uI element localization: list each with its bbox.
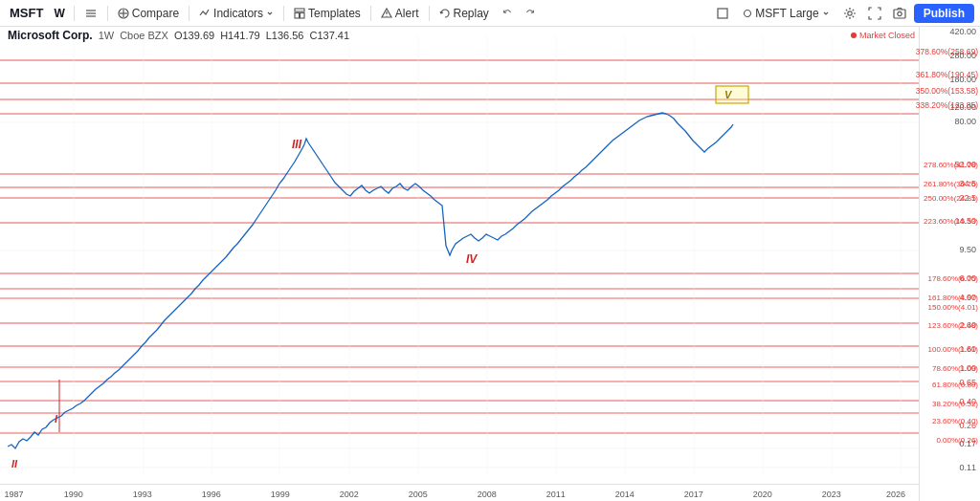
undo-button[interactable] [497,3,518,24]
fib-label-178: 178.60%(6.75) [928,273,978,282]
time-1990: 1990 [64,490,83,499]
price-80: 80.00 [954,117,976,126]
settings-icon[interactable] [839,3,860,24]
separator-2 [107,6,108,21]
svg-text:I: I [55,413,58,425]
chart-symbol: Microsoft Corp. [8,29,93,42]
fib-label-161: 161.80%(4.97) [928,293,978,301]
ohlc-open: O139.69 [174,30,214,41]
screenshot-icon[interactable] [889,3,910,24]
fib-label-150: 150.00%(4.01) [928,302,978,311]
ohlc-close: C137.41 [309,30,349,41]
svg-point-13 [745,10,751,16]
publish-button[interactable]: Publish [914,4,974,23]
fib-label-261: 261.80%(30.76) [924,179,978,187]
redo-button[interactable] [520,3,541,24]
price-chart-svg: I II III IV V [0,27,919,501]
replay-button[interactable]: Replay [434,5,495,22]
svg-point-16 [897,11,901,15]
compare-button[interactable]: Compare [112,5,185,22]
time-2020: 2020 [753,490,772,499]
chart-area: Microsoft Corp. 1W Cboe BZX O139.69 H141… [0,27,980,501]
svg-rect-6 [295,9,304,11]
time-axis: 1987 1990 1993 1996 1999 2002 2005 2008 … [0,484,919,501]
fib-label-61: 61.80%(0.80) [932,381,978,389]
fib-label-0: 0.00%(0.26) [936,435,978,444]
price-axis: 378.60%(258.69) 361.80%(190.45) 350.00%(… [919,27,980,501]
sort-icon[interactable] [78,5,103,22]
price-9: 9.50 [959,245,976,254]
separator-5 [370,6,371,21]
separator-3 [189,6,189,21]
time-2017: 2017 [684,490,703,499]
fullscreen-icon[interactable] [864,3,885,24]
separator-1 [74,6,75,21]
toolbar-right: MSFT Large Publish [712,3,974,24]
price-280: 280.00 [949,51,976,60]
svg-text:III: III [292,138,302,151]
fib-label-100: 100.00%(1.61) [928,345,978,354]
chart-timeframe: 1W [99,30,115,41]
fib-label-250: 250.00%(24.81) [924,193,978,202]
fib-label-23: 23.60%(0.40) [932,416,978,425]
ticker-label[interactable]: MSFT [6,4,47,22]
chart-exchange: Cboe BZX [120,30,168,41]
time-1999: 1999 [271,490,290,499]
fib-label-78: 78.60%(1.09) [932,364,978,373]
svg-rect-12 [718,9,727,18]
svg-rect-7 [295,12,300,18]
fib-label-123: 123.60%(2.48) [928,321,978,330]
time-2005: 2005 [409,490,428,499]
separator-6 [429,6,430,21]
fib-label-223: 223.60%(15.33) [924,217,978,226]
templates-button[interactable]: Templates [288,5,367,22]
time-1996: 1996 [202,490,221,499]
price-180: 180.00 [949,75,976,84]
time-2002: 2002 [340,490,359,499]
time-1993: 1993 [133,490,152,499]
market-dot [851,33,857,38]
svg-point-14 [847,11,851,14]
alert-button[interactable]: Alert [375,5,425,22]
fib-label-278: 278.60%(41.78) [924,160,978,168]
price-420: 420.00 [949,27,976,36]
svg-text:IV: IV [466,252,478,266]
symbol-size-dropdown[interactable]: MSFT Large [737,5,835,22]
fib-label-38: 38.20%(0.52) [932,400,978,408]
time-2023: 2023 [822,490,841,499]
price-120: 120.00 [949,102,976,112]
indicators-button[interactable]: Indicators [193,5,279,22]
timeframe-button[interactable]: W [49,5,69,22]
square-icon[interactable] [712,3,733,24]
time-2014: 2014 [615,490,635,499]
svg-point-11 [386,15,387,16]
ohlc-low: L136.56 [266,30,304,41]
time-2026: 2026 [886,490,905,499]
svg-rect-72 [716,86,748,103]
ohlc-high: H141.79 [220,30,260,41]
fib-label-350: 350.00%(153.58) [916,86,978,96]
svg-rect-8 [301,12,305,18]
svg-rect-15 [894,10,905,18]
chart-label: Microsoft Corp. 1W Cboe BZX O139.69 H141… [8,29,349,42]
svg-text:II: II [11,458,18,469]
separator-4 [283,6,284,21]
price-0-11: 0.11 [959,463,976,472]
market-status: Market Closed [851,31,915,40]
time-2008: 2008 [478,490,497,499]
time-2011: 2011 [546,490,566,499]
toolbar: MSFT W Compare Indicators Templates Aler… [0,0,980,27]
time-1987: 1987 [4,490,23,499]
